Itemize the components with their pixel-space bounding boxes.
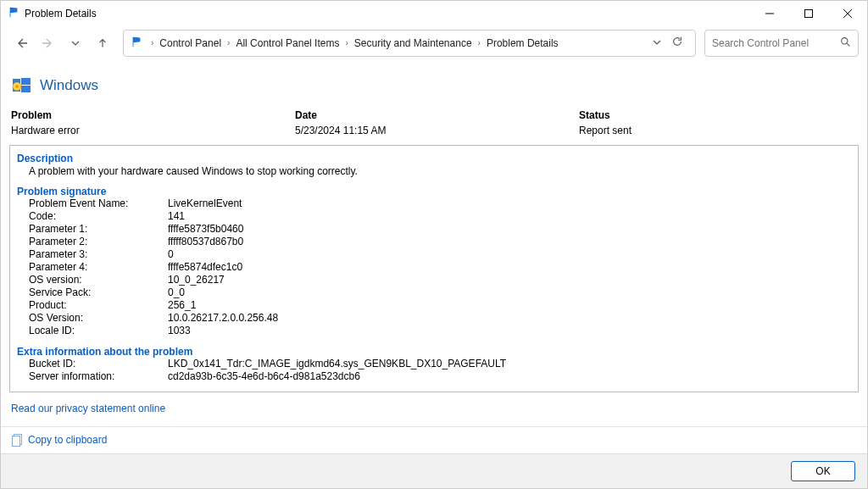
kv-key: Product: — [29, 299, 168, 312]
kv-value: 256_1 — [168, 299, 851, 312]
address-dropdown-icon[interactable] — [648, 37, 666, 49]
description-heading: Description — [17, 151, 851, 164]
kv-value: LiveKernelEvent — [168, 197, 851, 210]
breadcrumb-item[interactable]: Control Panel — [157, 36, 224, 51]
description-text: A problem with your hardware caused Wind… — [17, 164, 851, 184]
maximize-button[interactable] — [789, 1, 828, 26]
kv-key: OS version: — [29, 274, 168, 286]
date-value: 5/23/2024 11:15 AM — [295, 125, 579, 136]
extra-heading: Extra information about the problem — [17, 344, 851, 358]
svg-rect-9 — [21, 86, 31, 92]
svg-line-5 — [847, 43, 849, 46]
window-controls — [750, 1, 867, 26]
signature-heading: Problem signature — [17, 184, 851, 197]
chevron-right-icon[interactable]: › — [475, 38, 484, 47]
svg-rect-12 — [13, 436, 20, 447]
search-icon[interactable] — [840, 36, 851, 50]
flag-icon — [131, 36, 142, 50]
svg-rect-7 — [21, 78, 31, 85]
kv-value: 141 — [168, 210, 851, 223]
flag-icon — [8, 6, 19, 21]
kv-value: fffff80537d867b0 — [168, 236, 851, 248]
copy-to-clipboard-link[interactable]: Copy to clipboard — [11, 433, 107, 447]
problem-heading: Problem — [11, 109, 295, 121]
kv-key: Bucket ID: — [29, 358, 168, 370]
refresh-icon[interactable] — [666, 36, 688, 50]
kv-key: Problem Event Name: — [29, 197, 168, 210]
kv-row: OS Version:10.0.26217.2.0.0.256.48 — [29, 312, 851, 325]
signature-grid: Problem Event Name:LiveKernelEventCode:1… — [17, 197, 851, 337]
kv-row: Service Pack:0_0 — [29, 286, 851, 299]
windows-label: Windows — [40, 77, 98, 94]
footer-bar: Copy to clipboard — [1, 426, 867, 453]
dialog-button-bar: OK — [1, 453, 867, 488]
kv-value: 10.0.26217.2.0.0.256.48 — [168, 312, 851, 325]
kv-value: 10_0_26217 — [168, 274, 851, 286]
breadcrumb-item[interactable]: Problem Details — [484, 36, 561, 51]
kv-row: Code:141 — [29, 210, 851, 223]
kv-value: LKD_0x141_Tdr:C_IMAGE_igdkmd64.sys_GEN9K… — [168, 358, 851, 370]
kv-row: Problem Event Name:LiveKernelEvent — [29, 197, 851, 210]
windows-header: Windows — [9, 64, 859, 109]
search-input[interactable] — [712, 37, 840, 49]
breadcrumb-item[interactable]: Security and Maintenance — [352, 36, 475, 51]
kv-row: Bucket ID:LKD_0x141_Tdr:C_IMAGE_igdkmd64… — [29, 358, 851, 370]
chevron-right-icon[interactable]: › — [147, 38, 157, 47]
kv-key: Parameter 2: — [29, 236, 168, 248]
close-button[interactable] — [828, 1, 867, 26]
summary-row: Problem Hardware error Date 5/23/2024 11… — [9, 109, 859, 145]
kv-value: 0_0 — [168, 286, 851, 299]
kv-row: Parameter 4:ffffe5874dfec1c0 — [29, 261, 851, 274]
content-area: Windows Problem Hardware error Date 5/23… — [1, 60, 867, 426]
nav-recent-dropdown[interactable] — [64, 31, 87, 55]
copy-icon — [11, 433, 23, 447]
copy-label: Copy to clipboard — [28, 434, 107, 446]
kv-value: 0 — [168, 248, 851, 261]
details-box: Description A problem with your hardware… — [9, 145, 859, 392]
search-box[interactable] — [704, 30, 859, 57]
kv-key: Parameter 3: — [29, 248, 168, 261]
kv-row: Locale ID:1033 — [29, 325, 851, 337]
kv-key: Locale ID: — [29, 325, 168, 337]
status-heading: Status — [579, 109, 857, 121]
kv-key: Parameter 1: — [29, 223, 168, 236]
ok-button[interactable]: OK — [791, 461, 855, 481]
kv-key: Server information: — [29, 370, 168, 383]
extra-grid: Bucket ID:LKD_0x141_Tdr:C_IMAGE_igdkmd64… — [17, 358, 851, 383]
privacy-link[interactable]: Read our privacy statement online — [9, 392, 167, 418]
kv-row: Parameter 1:ffffe5873f5b0460 — [29, 223, 851, 236]
status-value: Report sent — [579, 125, 857, 136]
title-bar: Problem Details — [1, 1, 867, 26]
breadcrumb-item[interactable]: All Control Panel Items — [233, 36, 342, 51]
problem-value: Hardware error — [11, 125, 295, 136]
kv-row: OS version:10_0_26217 — [29, 274, 851, 286]
svg-rect-1 — [805, 10, 813, 18]
kv-value: cd2da93b-6c35-4e6d-b6c4-d981a523dcb6 — [168, 370, 851, 383]
kv-key: Code: — [29, 210, 168, 223]
kv-key: OS Version: — [29, 312, 168, 325]
chevron-right-icon[interactable]: › — [342, 38, 351, 47]
window-title: Problem Details — [25, 8, 97, 19]
address-bar[interactable]: › Control Panel › All Control Panel Item… — [123, 30, 696, 57]
kv-row: Parameter 3:0 — [29, 248, 851, 261]
kv-key: Parameter 4: — [29, 261, 168, 274]
kv-row: Product:256_1 — [29, 299, 851, 312]
date-heading: Date — [295, 109, 579, 121]
kv-value: 1033 — [168, 325, 851, 337]
nav-bar: › Control Panel › All Control Panel Item… — [1, 26, 867, 60]
chevron-right-icon[interactable]: › — [224, 38, 233, 47]
nav-up-button[interactable] — [91, 31, 114, 55]
minimize-button[interactable] — [750, 1, 789, 26]
kv-value: ffffe5873f5b0460 — [168, 223, 851, 236]
windows-logo-icon — [11, 75, 33, 96]
svg-point-4 — [842, 37, 848, 43]
kv-value: ffffe5874dfec1c0 — [168, 261, 851, 274]
kv-row: Parameter 2:fffff80537d867b0 — [29, 236, 851, 248]
nav-back-button[interactable] — [9, 31, 33, 55]
kv-row: Server information:cd2da93b-6c35-4e6d-b6… — [29, 370, 851, 383]
nav-forward-button[interactable] — [36, 31, 60, 55]
kv-key: Service Pack: — [29, 286, 168, 299]
